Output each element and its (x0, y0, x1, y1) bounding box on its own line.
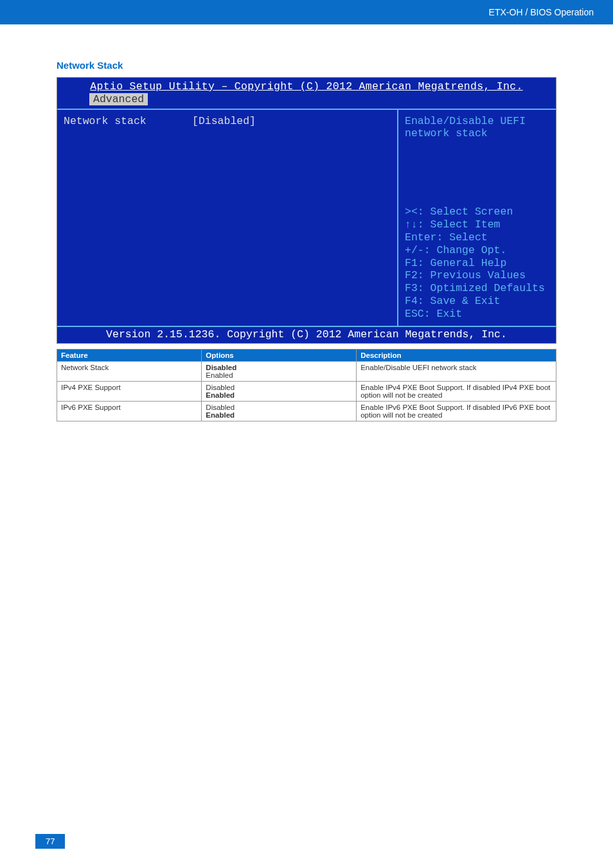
help-line: Enable/Disable UEFI (405, 115, 549, 128)
page-number: 77 (35, 834, 65, 849)
setting-label: Network stack (64, 115, 192, 128)
cell-feature: IPv6 PXE Support (57, 402, 202, 421)
option-value: Disabled (206, 364, 352, 371)
cell-feature: Network Stack (57, 362, 202, 382)
breadcrumb: ETX-OH / BIOS Operation (489, 7, 594, 17)
table-header-row: Feature Options Description (57, 350, 556, 362)
setting-value: [Disabled] (192, 115, 256, 128)
bios-help-text: Enable/Disable UEFI network stack (405, 115, 549, 141)
key-hint: ESC: Exit (405, 308, 549, 321)
table-row: IPv4 PXE SupportDisabledEnabledEnable IP… (57, 382, 556, 402)
page-header: ETX-OH / BIOS Operation (0, 0, 613, 24)
bios-body: Network stack [Disabled] Enable/Disable … (57, 109, 556, 327)
bios-setting-row: Network stack [Disabled] (64, 115, 391, 128)
option-value: Disabled (206, 403, 352, 411)
key-hint: F1: General Help (405, 257, 549, 270)
bios-title: Aptio Setup Utility – Copyright (C) 2012… (57, 78, 556, 93)
help-line: network stack (405, 127, 549, 140)
key-hint: ><: Select Screen (405, 206, 549, 218)
key-hint: Enter: Select (405, 231, 549, 244)
key-hint: F4: Save & Exit (405, 295, 549, 308)
cell-description: Enable/Disable UEFI network stack (357, 362, 556, 382)
key-hint: F3: Optimized Defaults (405, 282, 549, 295)
bios-version-footer: Version 2.15.1236. Copyright (C) 2012 Am… (57, 327, 556, 344)
key-hint: F2: Previous Values (405, 269, 549, 282)
cell-description: Enable IPv6 PXE Boot Support. If disable… (357, 402, 556, 421)
key-hint: ↑↓: Select Item (405, 218, 549, 231)
bios-main-panel: Network stack [Disabled] (57, 110, 398, 326)
bios-tab-row: Advanced (57, 93, 556, 106)
section-title: Network Stack (57, 60, 556, 71)
option-value: Enabled (206, 411, 352, 419)
th-feature: Feature (57, 350, 202, 362)
table-row: Network StackDisabledEnabledEnable/Disab… (57, 362, 556, 382)
cell-options: DisabledEnabled (202, 382, 357, 402)
th-options: Options (202, 350, 357, 362)
bios-key-legend: ><: Select Screen ↑↓: Select Item Enter:… (405, 206, 549, 320)
th-description: Description (357, 350, 556, 362)
cell-description: Enable IPv4 PXE Boot Support. If disable… (357, 382, 556, 402)
key-hint: +/-: Change Opt. (405, 244, 549, 257)
tab-advanced: Advanced (89, 93, 148, 105)
feature-table: Feature Options Description Network Stac… (57, 349, 556, 421)
cell-options: DisabledEnabled (202, 402, 357, 421)
content-area: Network Stack Aptio Setup Utility – Copy… (0, 24, 613, 421)
bios-help-panel: Enable/Disable UEFI network stack ><: Se… (398, 110, 556, 326)
option-value: Enabled (206, 371, 352, 379)
table-row: IPv6 PXE SupportDisabledEnabledEnable IP… (57, 402, 556, 421)
cell-options: DisabledEnabled (202, 362, 357, 382)
cell-feature: IPv4 PXE Support (57, 382, 202, 402)
option-value: Disabled (206, 384, 352, 391)
bios-screenshot: Aptio Setup Utility – Copyright (C) 2012… (57, 77, 556, 344)
option-value: Enabled (206, 391, 352, 399)
